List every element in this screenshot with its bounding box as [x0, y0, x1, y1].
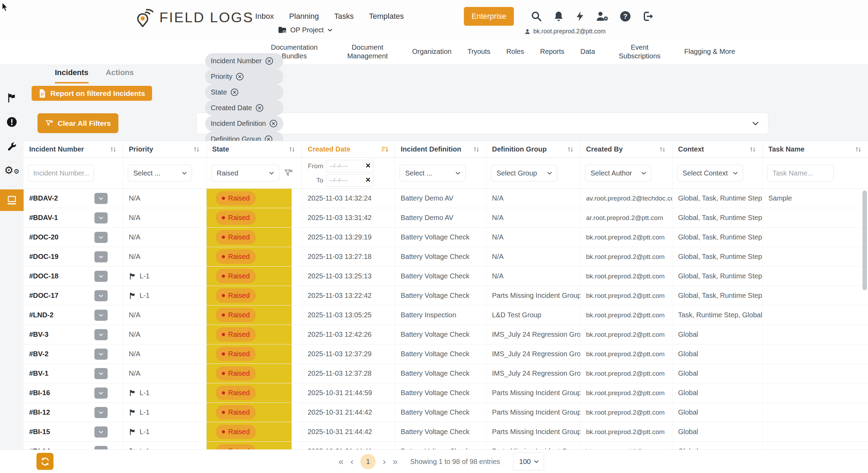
- secondary-nav-item[interactable]: Organization: [412, 47, 451, 56]
- refresh-button[interactable]: [36, 453, 53, 470]
- table-row[interactable]: #BI-14 L-1 Raised 2025-10-31 21:44:41 Ba…: [24, 442, 868, 450]
- task-name-filter-input[interactable]: [767, 165, 834, 181]
- column-header[interactable]: Created Date: [302, 141, 395, 157]
- sort-icon[interactable]: [192, 145, 201, 154]
- table-row[interactable]: #BDAV-2 N/A Raised 2025-11-03 14:32:24 B…: [24, 189, 868, 208]
- top-nav-item[interactable]: Templates: [369, 12, 404, 21]
- state-filter-funnel-icon[interactable]: [284, 169, 293, 178]
- column-header[interactable]: Incident Definition: [395, 141, 486, 157]
- vertical-scrollbar[interactable]: [862, 190, 867, 290]
- tab[interactable]: Incidents: [55, 68, 89, 83]
- sort-descending-icon[interactable]: [381, 145, 389, 154]
- sidebar-item-flags[interactable]: [0, 91, 24, 105]
- table-row[interactable]: #BV-1 N/A Raised 2025-11-03 12:37:28 Bat…: [24, 364, 868, 383]
- chip-remove-icon[interactable]: [265, 57, 274, 65]
- sort-icon[interactable]: [109, 145, 117, 154]
- chip-remove-icon[interactable]: [230, 88, 239, 97]
- last-page-button[interactable]: »: [393, 457, 398, 466]
- logout-icon[interactable]: [642, 10, 654, 22]
- incident-number-filter-input[interactable]: [28, 165, 94, 181]
- top-nav-item[interactable]: Planning: [289, 12, 319, 21]
- table-row[interactable]: #BV-3 N/A Raised 2025-11-03 12:42:26 Bat…: [24, 325, 868, 344]
- chip-remove-icon[interactable]: [269, 119, 278, 128]
- row-actions-dropdown-button[interactable]: [94, 212, 108, 223]
- table-row[interactable]: #DOC-18 L-1 Raised 2025-11-03 13:25:13 B…: [24, 267, 868, 286]
- date-to-clear-icon[interactable]: ✕: [365, 176, 371, 184]
- sidebar-item-workstation-active[interactable]: [0, 189, 24, 211]
- table-row[interactable]: #DOC-19 N/A Raised 2025-11-03 13:27:18 B…: [24, 247, 868, 267]
- column-header[interactable]: Definition Group: [486, 141, 581, 157]
- column-header[interactable]: Incident Number: [24, 141, 123, 157]
- chip-remove-icon[interactable]: [255, 104, 264, 112]
- sidebar-item-tools[interactable]: [0, 140, 24, 154]
- state-filter-select[interactable]: Raised: [211, 165, 279, 181]
- filter-chip[interactable]: Priority: [205, 69, 283, 84]
- table-row[interactable]: #BI-15 L-1 Raised 2025-10-31 21:44:42 Ba…: [24, 422, 868, 442]
- column-header[interactable]: Context: [673, 141, 763, 157]
- enterprise-button[interactable]: Enterprise: [464, 7, 514, 26]
- help-icon[interactable]: ?: [619, 10, 631, 22]
- search-icon[interactable]: [531, 10, 542, 22]
- table-row[interactable]: #BV-2 N/A Raised 2025-11-03 12:37:29 Bat…: [24, 344, 868, 364]
- row-actions-dropdown-button[interactable]: [94, 426, 108, 438]
- table-row[interactable]: #BI-12 L-1 Raised 2025-10-31 21:44:42 Ba…: [24, 403, 868, 422]
- user-account[interactable]: bk.root.preprod.2@ptt.com: [524, 28, 606, 35]
- row-actions-dropdown-button[interactable]: [94, 232, 108, 243]
- row-actions-dropdown-button[interactable]: [94, 407, 108, 418]
- table-row[interactable]: #BI-16 L-1 Raised 2025-10-31 21:44:59 Ba…: [24, 383, 868, 403]
- secondary-nav-item[interactable]: Flagging & More: [684, 47, 735, 56]
- secondary-nav-item[interactable]: Roles: [506, 47, 524, 56]
- row-actions-dropdown-button[interactable]: [94, 310, 108, 321]
- column-header[interactable]: Created By: [581, 141, 673, 157]
- top-nav-item[interactable]: Tasks: [334, 12, 353, 21]
- sidebar-item-incidents[interactable]: [0, 115, 24, 129]
- row-actions-dropdown-button[interactable]: [94, 368, 108, 379]
- fieldlogs-logo[interactable]: FIELD LOGS: [136, 8, 254, 27]
- sort-icon[interactable]: [658, 145, 667, 154]
- top-nav-item[interactable]: Inbox: [255, 12, 274, 21]
- created-by-filter-select[interactable]: Select Author: [585, 165, 651, 181]
- sort-icon[interactable]: [288, 145, 296, 154]
- next-page-button[interactable]: ›: [383, 457, 386, 466]
- row-actions-dropdown-button[interactable]: [94, 193, 108, 204]
- clear-all-filters-button[interactable]: Clear All Filters: [37, 113, 118, 133]
- sort-icon[interactable]: [472, 145, 481, 154]
- context-filter-select[interactable]: Select Context: [677, 165, 743, 181]
- date-from-clear-icon[interactable]: ✕: [365, 162, 371, 170]
- row-actions-dropdown-button[interactable]: [94, 290, 108, 301]
- secondary-nav-item[interactable]: Event Subscriptions: [611, 43, 668, 60]
- filter-chip[interactable]: State: [205, 84, 283, 100]
- priority-filter-select[interactable]: Select ...: [128, 165, 192, 181]
- filter-chip[interactable]: Incident Definition: [205, 116, 283, 131]
- incident-definition-filter-select[interactable]: Select ...: [400, 165, 466, 181]
- bolt-icon[interactable]: [575, 10, 585, 22]
- sidebar-item-settings[interactable]: ⚙⚙: [0, 163, 24, 177]
- column-header[interactable]: Priority: [123, 141, 207, 157]
- column-header[interactable]: Task Name: [763, 141, 868, 157]
- row-actions-dropdown-button[interactable]: [94, 329, 108, 340]
- filter-chip[interactable]: Incident Number: [205, 53, 283, 69]
- chip-remove-icon[interactable]: [235, 72, 244, 81]
- page-size-select[interactable]: 100: [513, 452, 544, 471]
- project-selector[interactable]: OP Project: [278, 26, 333, 34]
- row-actions-dropdown-button[interactable]: [94, 271, 108, 282]
- secondary-nav-item[interactable]: Document Management: [339, 43, 396, 60]
- sort-icon[interactable]: [854, 145, 862, 154]
- secondary-nav-item[interactable]: Tryouts: [467, 47, 490, 56]
- definition-group-filter-select[interactable]: Select Group: [491, 165, 557, 181]
- current-page-button[interactable]: 1: [360, 454, 376, 469]
- filter-chip[interactable]: Created Date: [205, 100, 283, 116]
- tab[interactable]: Actions: [106, 68, 134, 83]
- secondary-nav-item[interactable]: Reports: [540, 47, 564, 56]
- first-page-button[interactable]: «: [339, 457, 343, 466]
- user-gear-icon[interactable]: [596, 10, 609, 22]
- table-row[interactable]: #DOC-17 L-1 Raised 2025-11-03 13:22:42 B…: [24, 286, 868, 305]
- bell-icon[interactable]: [553, 10, 565, 22]
- report-filtered-incidents-button[interactable]: Report on filtered Incidents: [32, 86, 152, 101]
- chips-collapse-chevron-icon[interactable]: [751, 119, 760, 128]
- table-row[interactable]: #DOC-20 N/A Raised 2025-11-03 13:29:19 B…: [24, 228, 868, 247]
- row-actions-dropdown-button[interactable]: [94, 349, 108, 360]
- sort-icon[interactable]: [749, 145, 757, 154]
- table-row[interactable]: #LND-2 N/A Raised 2025-11-03 13:05:25 Ba…: [24, 305, 868, 325]
- column-header[interactable]: State: [207, 141, 302, 157]
